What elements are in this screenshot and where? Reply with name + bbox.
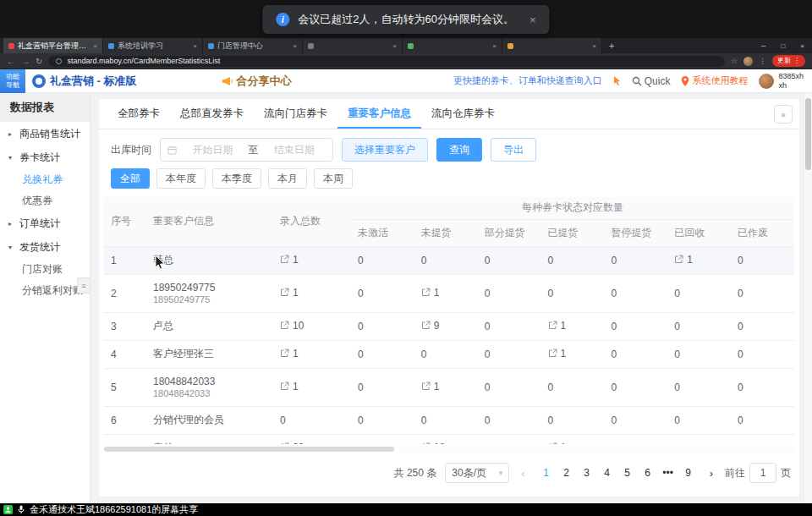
count-cell: 0 [731,246,794,274]
window-controls: ─ □ × [754,38,812,53]
info-icon: i [276,13,289,26]
quick-filter-year[interactable]: 本年度 [156,168,206,189]
goto-page-input[interactable] [749,463,776,483]
count-link[interactable]: 1 [548,320,567,332]
tab-close-icon[interactable]: × [193,42,197,50]
tab-close-icon[interactable]: × [293,42,297,50]
tutorial-link[interactable]: 系统使用教程 [681,74,748,87]
sidebar-collapse-handle[interactable]: ≡ [77,277,90,294]
new-tab-button[interactable]: + [602,38,621,53]
browser-tab[interactable]: × [303,38,403,53]
toast-close-icon[interactable]: × [529,14,536,26]
expand-panel-icon[interactable]: » [774,105,793,124]
count-link[interactable]: 10 [280,320,304,332]
count-link[interactable]: 1 [421,381,440,392]
count-link[interactable]: 1 [280,254,299,266]
next-page-button[interactable]: › [706,467,716,480]
date-range-picker[interactable]: 开始日期 至 结束日期 [160,138,333,162]
prev-page-button[interactable]: ‹ [518,467,528,480]
tab-all-cards[interactable]: 全部券卡 [107,99,170,129]
quick-filter-week[interactable]: 本周 [314,168,353,189]
sidebar-item-coupon[interactable]: 优惠券 [0,190,90,211]
count-cell: 1 [273,368,351,406]
start-date-input[interactable]: 开始日期 [181,143,244,157]
function-nav-button[interactable]: 功能 导航 [0,69,25,93]
close-button[interactable]: × [793,42,812,50]
share-center-link[interactable]: 合分享中心 [222,74,292,89]
count-link[interactable]: 9 [421,320,440,332]
quick-filter-all[interactable]: 全部 [111,168,150,189]
count-cell: 1 [273,246,351,274]
tab-close-icon[interactable]: × [592,42,596,50]
browser-tab[interactable]: 门店管理中心 × [203,38,303,53]
quick-filter-quarter[interactable]: 本季度 [212,168,261,189]
quick-filter-month[interactable]: 本月 [268,168,307,189]
sidebar-item-order-stats[interactable]: ▸ 订单统计 [0,211,90,235]
tab-warehouse-flow-cards[interactable]: 流向仓库券卡 [421,99,505,129]
sidebar-item-card-stats[interactable]: ▾ 券卡统计 [0,145,90,169]
tab-close-icon[interactable]: × [392,42,397,50]
browser-tab[interactable]: 系统培训学习 × [103,38,203,53]
page-button[interactable]: 2 [557,464,576,482]
forward-icon[interactable]: → [21,57,30,66]
count-link[interactable]: 1 [280,348,299,360]
page-ellipsis[interactable]: ••• [659,464,678,482]
tab-close-icon[interactable]: × [93,42,97,50]
count-link[interactable]: 1 [421,287,440,299]
count-cell: 1 [414,368,478,406]
count-link-icon [280,442,289,444]
count-link[interactable]: 1 [674,254,693,266]
page-button[interactable]: 6 [639,464,657,482]
kebab-menu-icon[interactable]: ⋮ [759,57,766,65]
sidebar-item-product-sales[interactable]: ▸ 商品销售统计 [0,122,90,145]
update-button[interactable]: 更新⋮ [772,55,805,67]
search-button[interactable]: 查询 [436,138,482,162]
page-button[interactable]: 9 [679,464,698,482]
browser-tab[interactable]: 礼盒营销平台管理中心 × [3,38,103,53]
page-button[interactable]: 3 [578,464,596,482]
tab-important-customers[interactable]: 重要客户信息 [337,99,421,129]
minimize-button[interactable]: ─ [754,42,774,50]
brand-name: 礼盒营销 - 标准版 [50,74,137,89]
sidebar-item-gift-voucher[interactable]: 兑换礼券 [0,169,90,190]
count-link[interactable]: 20 [280,442,304,444]
end-date-input[interactable]: 结束日期 [263,143,326,157]
select-customer-button[interactable]: 选择重要客户 [342,138,428,162]
browser-profile-avatar[interactable] [743,57,753,66]
bookmark-star-icon[interactable]: ☆ [731,57,738,65]
count-link[interactable]: 1 [280,287,299,299]
export-button[interactable]: 导出 [491,138,536,162]
tab-close-icon[interactable]: × [492,42,497,50]
page-button[interactable]: 5 [618,464,637,482]
count-link-icon [421,288,431,297]
sidebar-item-shipping-stats[interactable]: ▾ 发货统计 [0,235,90,259]
browser-tab-label: 礼盒营销平台管理中心 [18,41,90,52]
back-icon[interactable]: ← [7,57,15,66]
table-row: 1韩总10000010 [104,246,794,274]
user-menu[interactable]: 8385xh xh [759,72,804,91]
horizontal-scrollbar-thumb[interactable] [104,447,394,452]
page-button[interactable]: 1 [537,464,556,482]
page-size-select[interactable]: 30条/页 ▾ [445,463,509,483]
browser-tab[interactable]: × [403,38,502,53]
tab-hq-direct-cards[interactable]: 总部直发券卡 [170,99,254,129]
count-link[interactable]: 1 [548,348,567,360]
page-button[interactable]: 4 [598,464,617,482]
count-link[interactable]: 1 [280,381,299,392]
browser-tab[interactable]: × [502,38,602,53]
count-link[interactable]: 1 [548,442,567,444]
refresh-icon[interactable]: ↻ [36,57,42,66]
site-info-icon[interactable] [56,58,62,64]
count-cell: 0 [731,340,794,368]
tab-store-flow-cards[interactable]: 流向门店券卡 [254,99,337,129]
sidebar-item-store-reconciliation[interactable]: 门店对账 [0,259,90,280]
vertical-scrollbar-thumb[interactable] [805,98,811,170]
presenter-icon [3,505,13,514]
count-cell: 0 [731,312,794,340]
count-link[interactable]: 18 [421,442,445,444]
maximize-button[interactable]: □ [773,42,793,50]
url-bar[interactable]: standard.maboy.cn/CardMemberStatisticsLi… [48,56,725,67]
quick-search-button[interactable]: Quick [632,75,671,87]
count-link-icon [421,321,431,330]
column-header: 重要客户信息 [146,197,273,246]
